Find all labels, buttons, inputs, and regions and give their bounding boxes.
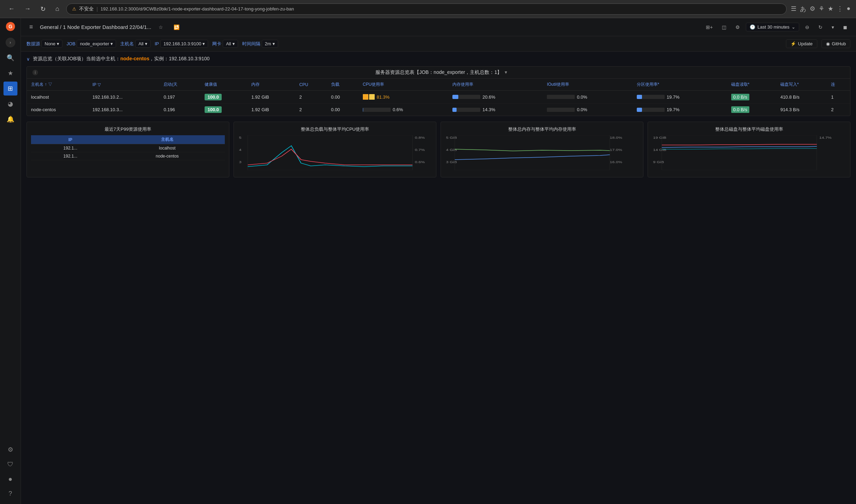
datasource-label: 数据源 xyxy=(26,41,40,47)
table-row: localhost 192.168.10.2... 0.197 100.0 1.… xyxy=(27,91,850,104)
p99-body: 192.1... localhost 192.1... node-centos xyxy=(31,144,225,160)
p99-col-ip: IP xyxy=(31,135,110,144)
disk-chart-panel: 整体总磁盘与整体平均磁盘使用率 19 GiB 14 GiB 9 GiB 14.7… xyxy=(648,122,850,177)
sidebar-toggle-button[interactable]: › xyxy=(6,38,15,47)
svg-text:0.6%: 0.6% xyxy=(415,160,425,164)
app-container: G › 🔍 ★ ⊞ ◕ 🔔 ⚙ 🛡 ● xyxy=(0,18,856,504)
sidebar-item-search[interactable]: 🔍 xyxy=(3,51,17,65)
cell-disk-read: 0.0 B/s xyxy=(727,91,776,104)
search-icon: 🔍 xyxy=(7,54,14,62)
interval-select[interactable]: 2m ▾ xyxy=(262,40,278,48)
cell-uptime: 0.197 xyxy=(159,91,200,104)
cell-load: 0.00 xyxy=(327,91,359,104)
topbar: ≡ General / 1 Node Exporter Dashboard 22… xyxy=(21,18,856,36)
svg-text:0.7%: 0.7% xyxy=(415,148,425,152)
chevron-down-icon: ⌄ xyxy=(792,24,795,30)
section-header[interactable]: ∨ 资源总览（关联JOB项）当前选中主机：node-centos，实例：192.… xyxy=(26,56,850,62)
camera-icon: ◫ xyxy=(722,24,726,30)
ip-select[interactable]: 192.168.10.3:9100 ▾ xyxy=(160,40,208,48)
cell-memory: 1.92 GiB xyxy=(247,104,295,116)
cell-mem-usage: 14.3% xyxy=(448,104,543,116)
add-panel-icon: ⊞+ xyxy=(706,24,713,30)
profile-btn[interactable]: ● xyxy=(847,5,850,13)
svg-text:3: 3 xyxy=(239,160,242,164)
browser-settings-btn[interactable]: ⋮ xyxy=(837,5,843,13)
update-button[interactable]: ⚡ Update xyxy=(786,39,817,48)
ip-filter-icon[interactable]: ▽ xyxy=(98,82,101,87)
svg-rect-15 xyxy=(455,135,610,170)
hostname-select[interactable]: All ▾ xyxy=(135,40,150,48)
sort-asc-icon[interactable]: ↑ xyxy=(45,82,47,87)
zoom-out-button[interactable]: ⊖ xyxy=(802,23,812,32)
reader-mode-btn[interactable]: ☰ xyxy=(791,5,796,13)
panel-dropdown-icon[interactable]: ▾ xyxy=(505,69,507,75)
reload-button[interactable]: ↻ xyxy=(38,4,48,14)
url-bar[interactable]: ⚠ 不安全 | 192.168.10.2:3000/d/9CWBz0bik/1-… xyxy=(66,3,787,15)
sidebar-item-dashboards[interactable]: ⊞ xyxy=(3,82,17,96)
main-content: ≡ General / 1 Node Exporter Dashboard 22… xyxy=(21,18,856,504)
sidebar: G › 🔍 ★ ⊞ ◕ 🔔 ⚙ 🛡 ● xyxy=(0,18,21,504)
col-uptime: 启动(天 xyxy=(159,79,200,91)
sidebar-item-alerting[interactable]: 🔔 xyxy=(3,112,17,126)
bottom-panels: 最近7天P99资源使用率 IP 主机名 192.1... localhost 1… xyxy=(26,122,850,177)
add-panel-button[interactable]: ⊞+ xyxy=(703,23,716,32)
datasource-select[interactable]: None ▾ xyxy=(41,40,62,48)
resource-overview-panel: i 服务器资源总览表【JOB：node_exporter，主机总数：1】 ▾ xyxy=(26,66,850,116)
tv-mode-button[interactable]: ◼ xyxy=(840,23,850,32)
panel-title-bar: i 服务器资源总览表【JOB：node_exporter，主机总数：1】 ▾ xyxy=(27,67,850,79)
hamburger-menu-button[interactable]: ≡ xyxy=(26,22,36,32)
svg-text:4: 4 xyxy=(239,148,242,152)
topbar-actions: ⊞+ ◫ ⚙ 🕐 Last 30 minutes ⌄ ⊖ ↻ ▾ ◼ xyxy=(703,23,850,32)
sidebar-item-settings[interactable]: ⚙ xyxy=(3,443,17,457)
extensions-btn[interactable]: ⚘ xyxy=(819,5,824,13)
filter-icon[interactable]: ▽ xyxy=(48,82,52,87)
bell-icon: 🔔 xyxy=(7,115,14,123)
gear-icon: ⚙ xyxy=(8,446,13,453)
sidebar-item-help[interactable]: ? xyxy=(3,487,17,501)
pip-btn[interactable]: ⚙ xyxy=(810,5,815,13)
table-scroll-area[interactable]: 主机名 ↑ ▽ IP ▽ 启动(天 健康值 内存 xyxy=(27,79,850,116)
back-button[interactable]: ← xyxy=(6,4,17,14)
svg-text:0.8%: 0.8% xyxy=(415,136,425,139)
github-label: GitHub xyxy=(832,41,846,46)
col-cpu-usage: CPU使用率 xyxy=(359,79,449,91)
translate-btn[interactable]: あ xyxy=(800,5,806,13)
job-select[interactable]: node_exporter ▾ xyxy=(77,40,116,48)
cell-health: 100.0 xyxy=(200,104,247,116)
time-picker[interactable]: 🕐 Last 30 minutes ⌄ xyxy=(746,23,799,31)
nic-select[interactable]: All ▾ xyxy=(223,40,238,48)
datasource-chevron-icon: ▾ xyxy=(57,41,59,46)
cell-conn: 2 xyxy=(827,104,850,116)
mem-chart-panel: 整体总内存与整体平均内存使用率 5 GiB 4 GiB 3 GiB 18.0% … xyxy=(441,122,643,177)
refresh-button[interactable]: ↻ xyxy=(815,23,826,32)
home-button[interactable]: ⌂ xyxy=(53,4,62,14)
share-dashboard-button[interactable]: 🔂 xyxy=(170,23,183,32)
favorites-btn[interactable]: ★ xyxy=(828,5,833,13)
browser-action-buttons: ☰ あ ⚙ ⚘ ★ ⋮ ● xyxy=(791,5,850,13)
cell-disk-write: 410.8 B/s xyxy=(776,91,827,104)
p99-panel: 最近7天P99资源使用率 IP 主机名 192.1... localhost 1… xyxy=(26,122,229,177)
forward-button[interactable]: → xyxy=(22,4,33,14)
table-row: node-centos 192.168.10.3... 0.196 100.0 … xyxy=(27,104,850,116)
url-separator: | xyxy=(97,6,98,12)
star-dashboard-button[interactable]: ☆ xyxy=(155,23,166,32)
sidebar-item-explore[interactable]: ◕ xyxy=(3,97,17,111)
cell-partition: 19.7% xyxy=(633,91,727,104)
mem-chart-title: 整体总内存与整体平均内存使用率 xyxy=(445,126,639,132)
disk-chart-svg: 19 GiB 14 GiB 9 GiB 14.7% xyxy=(652,135,846,170)
p99-cell-ip: 192.1... xyxy=(31,152,110,160)
grafana-logo: G xyxy=(6,22,15,31)
dashboard-settings-button[interactable]: ⚙ xyxy=(732,23,743,32)
col-cpu: CPU xyxy=(295,79,327,91)
sidebar-item-starred[interactable]: ★ xyxy=(3,66,17,80)
github-button[interactable]: ◉ GitHub xyxy=(821,39,850,48)
sidebar-item-profile[interactable]: ● xyxy=(3,472,17,486)
nic-label: 网卡 xyxy=(212,41,221,47)
cell-load: 0.00 xyxy=(327,104,359,116)
dashboard-content: ∨ 资源总览（关联JOB项）当前选中主机：node-centos，实例：192.… xyxy=(21,52,856,504)
snapshot-button[interactable]: ◫ xyxy=(719,23,729,32)
sidebar-item-shield[interactable]: 🛡 xyxy=(3,457,17,471)
ip-chevron-icon: ▾ xyxy=(202,41,205,46)
dashboards-icon: ⊞ xyxy=(8,85,13,92)
refresh-interval-button[interactable]: ▾ xyxy=(828,23,837,32)
